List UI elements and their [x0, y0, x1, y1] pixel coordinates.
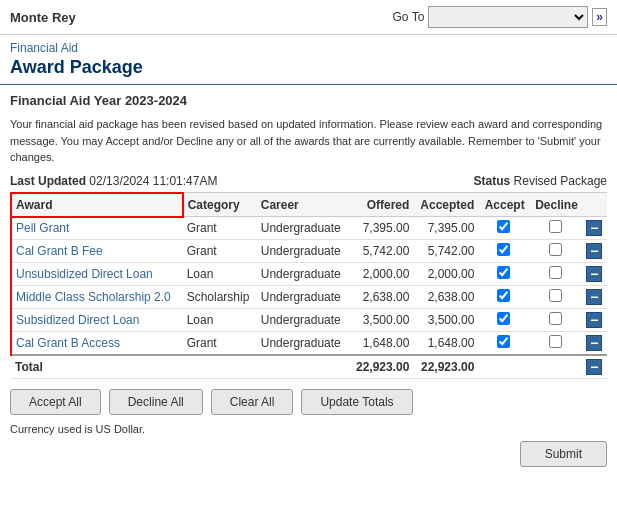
offered-cell: 2,638.00 [349, 286, 413, 309]
total-row: Total22,923.0022,923.00− [11, 355, 607, 379]
minus-cell: − [582, 286, 607, 309]
offered-cell: 1,648.00 [349, 332, 413, 356]
award-link[interactable]: Subsidized Direct Loan [16, 313, 139, 327]
award-cell: Cal Grant B Access [11, 332, 183, 356]
awards-table: Award Category Career Offered Accepted A… [10, 192, 607, 380]
total-offered: 22,923.00 [349, 355, 413, 379]
goto-button[interactable]: » [592, 8, 607, 26]
goto-select[interactable] [428, 6, 588, 28]
award-link[interactable]: Unsubsidized Direct Loan [16, 267, 153, 281]
minus-button[interactable]: − [586, 289, 602, 305]
accepted-cell: 2,000.00 [413, 263, 478, 286]
col-header-career: Career [257, 193, 349, 217]
decline-checkbox-cell [529, 332, 582, 356]
award-cell: Unsubsidized Direct Loan [11, 263, 183, 286]
col-header-category: Category [183, 193, 257, 217]
table-row: Pell GrantGrantUndergraduate7,395.007,39… [11, 217, 607, 240]
table-row: Middle Class Scholarship 2.0ScholarshipU… [11, 286, 607, 309]
minus-button[interactable]: − [586, 220, 602, 236]
accept-all-button[interactable]: Accept All [10, 389, 101, 415]
minus-button[interactable]: − [586, 335, 602, 351]
goto-section: Go To » [393, 6, 608, 28]
career-cell: Undergraduate [257, 309, 349, 332]
accept-checkbox-cell [478, 332, 528, 356]
status-label: Status [474, 174, 511, 188]
col-header-accept: Accept [478, 193, 528, 217]
minus-button[interactable]: − [586, 266, 602, 282]
table-row: Subsidized Direct LoanLoanUndergraduate3… [11, 309, 607, 332]
award-cell: Subsidized Direct Loan [11, 309, 183, 332]
category-cell: Grant [183, 332, 257, 356]
decline-checkbox[interactable] [549, 335, 562, 348]
award-link[interactable]: Cal Grant B Access [16, 336, 120, 350]
award-link[interactable]: Pell Grant [16, 221, 69, 235]
accept-checkbox-cell [478, 217, 528, 240]
award-cell: Cal Grant B Fee [11, 240, 183, 263]
accept-checkbox-cell [478, 263, 528, 286]
category-cell: Loan [183, 309, 257, 332]
career-cell: Undergraduate [257, 240, 349, 263]
minus-cell: − [582, 332, 607, 356]
award-link[interactable]: Middle Class Scholarship 2.0 [16, 290, 171, 304]
category-cell: Loan [183, 263, 257, 286]
award-cell: Pell Grant [11, 217, 183, 240]
status-value: Revised Package [514, 174, 607, 188]
notice-text: Your financial aid package has been revi… [10, 116, 607, 166]
accepted-cell: 2,638.00 [413, 286, 478, 309]
submit-row: Submit [10, 441, 607, 467]
accept-checkbox[interactable] [497, 312, 510, 325]
page-title: Award Package [0, 57, 617, 85]
career-cell: Undergraduate [257, 332, 349, 356]
col-header-decline: Decline [529, 193, 582, 217]
accepted-cell: 7,395.00 [413, 217, 478, 240]
decline-checkbox[interactable] [549, 220, 562, 233]
career-cell: Undergraduate [257, 286, 349, 309]
accept-checkbox[interactable] [497, 266, 510, 279]
decline-checkbox[interactable] [549, 243, 562, 256]
col-header-offered: Offered [349, 193, 413, 217]
col-header-accepted: Accepted [413, 193, 478, 217]
content-area: Financial Aid Year 2023-2024 Your financ… [0, 85, 617, 475]
table-row: Unsubsidized Direct LoanLoanUndergraduat… [11, 263, 607, 286]
accept-checkbox[interactable] [497, 289, 510, 302]
total-minus-button[interactable]: − [586, 359, 602, 375]
top-bar: Monte Rey Go To » [0, 0, 617, 35]
last-updated-label: Last Updated [10, 174, 86, 188]
minus-cell: − [582, 240, 607, 263]
status-info: Status Revised Package [474, 174, 607, 188]
clear-all-button[interactable]: Clear All [211, 389, 294, 415]
action-buttons-row: Accept All Decline All Clear All Update … [10, 389, 607, 415]
offered-cell: 5,742.00 [349, 240, 413, 263]
currency-note: Currency used is US Dollar. [10, 423, 607, 435]
col-header-action [582, 193, 607, 217]
accepted-cell: 5,742.00 [413, 240, 478, 263]
decline-checkbox-cell [529, 217, 582, 240]
decline-checkbox[interactable] [549, 266, 562, 279]
update-totals-button[interactable]: Update Totals [301, 389, 412, 415]
career-cell: Undergraduate [257, 263, 349, 286]
last-updated-value: 02/13/2024 11:01:47AM [89, 174, 217, 188]
decline-checkbox[interactable] [549, 312, 562, 325]
decline-all-button[interactable]: Decline All [109, 389, 203, 415]
decline-checkbox[interactable] [549, 289, 562, 302]
aid-year-label: Financial Aid Year 2023-2024 [10, 93, 607, 108]
accept-checkbox[interactable] [497, 220, 510, 233]
total-minus-cell: − [582, 355, 607, 379]
accept-checkbox[interactable] [497, 243, 510, 256]
col-header-award: Award [11, 193, 183, 217]
decline-checkbox-cell [529, 286, 582, 309]
award-link[interactable]: Cal Grant B Fee [16, 244, 103, 258]
accept-checkbox[interactable] [497, 335, 510, 348]
submit-button[interactable]: Submit [520, 441, 607, 467]
minus-cell: − [582, 309, 607, 332]
category-cell: Grant [183, 217, 257, 240]
last-updated-row: Last Updated 02/13/2024 11:01:47AM Statu… [10, 174, 607, 188]
minus-button[interactable]: − [586, 312, 602, 328]
accept-checkbox-cell [478, 309, 528, 332]
minus-button[interactable]: − [586, 243, 602, 259]
decline-checkbox-cell [529, 309, 582, 332]
total-label: Total [11, 355, 183, 379]
category-cell: Grant [183, 240, 257, 263]
table-row: Cal Grant B AccessGrantUndergraduate1,64… [11, 332, 607, 356]
total-accepted: 22,923.00 [413, 355, 478, 379]
